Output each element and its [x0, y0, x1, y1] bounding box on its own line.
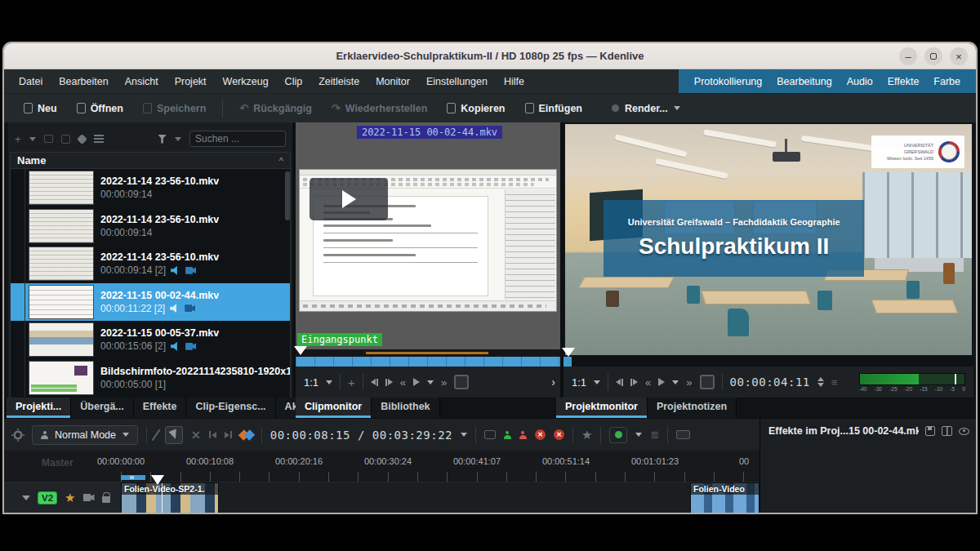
timecode-display[interactable]: 00:00:04:11 — [730, 375, 810, 389]
record-button[interactable] — [609, 427, 627, 443]
timecode-spinner[interactable] — [817, 377, 824, 387]
subtitle-tool-icon[interactable] — [676, 430, 690, 439]
add-zone-icon[interactable]: + — [348, 376, 355, 389]
workspace-tab[interactable]: Protokollierung — [687, 71, 769, 92]
play-button[interactable] — [413, 378, 420, 386]
gear-icon[interactable] — [16, 433, 20, 438]
bin-item[interactable]: 2022-11-14 23-56-10.mkv 00:00:09:14 — [11, 169, 290, 207]
menu-item[interactable]: Projekt — [167, 71, 215, 92]
search-input[interactable] — [189, 131, 286, 147]
menu-item[interactable]: Bearbeiten — [51, 71, 116, 92]
dock-tab[interactable]: Bibliothek — [372, 398, 439, 418]
toolbar-button[interactable]: Speichern — [133, 98, 216, 119]
timeline-clip[interactable]: Folien-Video-SP2-1. — [121, 482, 219, 513]
toolbar-button[interactable]: ↷ Wiederherstellen — [322, 97, 438, 119]
toolbar-button[interactable]: ↶ Rückgängig — [229, 97, 321, 119]
maximize-icon[interactable] — [924, 47, 942, 65]
add-clip-icon[interactable]: + — [15, 134, 21, 144]
insert-track-icon[interactable] — [504, 435, 511, 439]
zone-bar[interactable] — [366, 352, 488, 354]
bin-item[interactable]: Bildschirmfoto-20221114235810-1920x108 0… — [11, 359, 290, 398]
monitor-seek-ruler[interactable] — [564, 357, 973, 367]
workspace-tab[interactable]: Bearbeitung — [769, 71, 839, 92]
toolbar-button[interactable]: Neu — [14, 98, 67, 119]
bin-item[interactable]: 2022-11-14 23-56-10.mkv 00:00:09:14 [2] — [11, 245, 290, 283]
delete-icon[interactable]: ✕ — [191, 429, 201, 442]
chevron-down-icon[interactable] — [461, 433, 467, 437]
menu-item[interactable]: Monitor — [368, 71, 418, 92]
dock-tab[interactable]: Clip-Eigensc... — [186, 398, 275, 418]
show-effects-icon[interactable] — [959, 428, 969, 435]
forward-icon[interactable]: » — [686, 377, 692, 388]
menu-item[interactable]: Zeitleiste — [310, 71, 368, 92]
razor-tool-icon[interactable] — [152, 429, 161, 440]
toolbar-button[interactable]: Öffnen — [67, 98, 133, 119]
menu-item[interactable]: Einstellungen — [418, 71, 496, 92]
chevron-down-icon[interactable] — [29, 137, 36, 141]
remove-all-space-icon[interactable]: ✕ — [554, 429, 564, 440]
goto-in-icon[interactable] — [371, 379, 378, 386]
chevron-down-icon[interactable] — [672, 380, 679, 384]
scrollbar[interactable] — [285, 171, 290, 220]
timeline-zone-bar[interactable] — [121, 475, 145, 480]
timeline-timecode[interactable]: 00:00:08:15 / 00:03:29:22 — [270, 429, 452, 442]
clip-monitor-view[interactable]: 2022-11-15 00-02-44.mkv — [296, 122, 564, 349]
titlebar[interactable]: Erklaervideo-Schulpraktikum-II / HD 1080… — [4, 43, 976, 69]
filter-icon[interactable] — [158, 135, 167, 144]
master-track-label[interactable]: Master — [42, 457, 74, 469]
insert-zone-icon[interactable] — [209, 431, 216, 438]
loop-zone-button[interactable] — [454, 375, 469, 389]
menu-item[interactable]: Clip — [277, 71, 311, 92]
zoom-level[interactable]: 1:1 — [572, 376, 586, 389]
menu-item[interactable]: Ansicht — [117, 71, 167, 92]
compare-icon[interactable] — [942, 426, 952, 436]
collapse-track-icon[interactable] — [22, 495, 30, 500]
menu-item[interactable]: Datei — [11, 71, 51, 92]
loop-zone-button[interactable] — [700, 375, 715, 389]
timeline-clip[interactable]: Folien-Video — [690, 482, 760, 513]
dock-tab[interactable]: Projektnotizen — [648, 398, 737, 418]
monitor-seek-ruler[interactable] — [296, 357, 564, 367]
video-track[interactable]: V2 ★ Folien-Video-SP2-1. Folien-Video — [4, 482, 760, 513]
track-badge[interactable]: V2 — [38, 491, 57, 504]
play-overlay[interactable] — [310, 178, 388, 220]
menu-item[interactable]: Hilfe — [496, 71, 532, 92]
view-mode-icon[interactable] — [94, 135, 104, 143]
rewind-icon[interactable]: « — [400, 377, 406, 388]
delete-track-icon[interactable] — [519, 435, 527, 439]
goto-in-icon[interactable] — [616, 379, 623, 386]
dock-tab[interactable]: Clipmonitor — [296, 398, 372, 418]
goto-out-icon[interactable] — [630, 379, 638, 386]
chevron-down-icon[interactable] — [635, 433, 642, 437]
favorite-effects-icon[interactable]: ★ — [581, 428, 592, 442]
goto-out-icon[interactable] — [385, 379, 393, 386]
folder-icon[interactable] — [44, 135, 54, 143]
timeline-playhead-line[interactable] — [162, 483, 163, 513]
monitor-menu-icon[interactable]: ≡ — [831, 376, 838, 389]
playhead-marker[interactable] — [294, 346, 307, 355]
minimize-icon[interactable]: – — [899, 47, 917, 65]
timeline-ruler-ticks[interactable] — [121, 472, 760, 482]
track-effects-icon[interactable]: ★ — [65, 491, 75, 504]
hide-video-icon[interactable] — [83, 494, 95, 501]
playhead-marker[interactable] — [562, 348, 575, 357]
save-effect-icon[interactable] — [925, 426, 935, 436]
menu-item[interactable]: Werkzeug — [215, 71, 277, 92]
toolbar-button[interactable]: Kopieren — [437, 98, 514, 119]
lock-track-icon[interactable] — [102, 496, 110, 503]
rewind-icon[interactable]: « — [645, 377, 651, 388]
chevron-down-icon[interactable] — [594, 380, 600, 384]
workspace-tab[interactable]: Audio — [840, 71, 880, 92]
dock-tab[interactable]: Projekti... — [7, 398, 71, 418]
delete-icon[interactable] — [61, 135, 70, 144]
chevron-down-icon[interactable] — [427, 380, 434, 384]
tag-icon[interactable] — [77, 134, 87, 144]
project-monitor-view[interactable]: Universität Greifswald – Fachdidaktik Ge… — [565, 124, 972, 355]
chevron-down-icon[interactable] — [326, 380, 332, 384]
mix-clips-icon[interactable] — [240, 429, 253, 442]
thumbnail-view-icon[interactable] — [484, 430, 496, 439]
dock-tab[interactable]: Projektmonitor — [556, 398, 648, 418]
edit-mode-select[interactable]: Normal Mode — [32, 425, 138, 445]
workspace-tab[interactable]: Farbe — [926, 71, 968, 92]
dock-tab[interactable]: Übergä... — [71, 398, 134, 418]
